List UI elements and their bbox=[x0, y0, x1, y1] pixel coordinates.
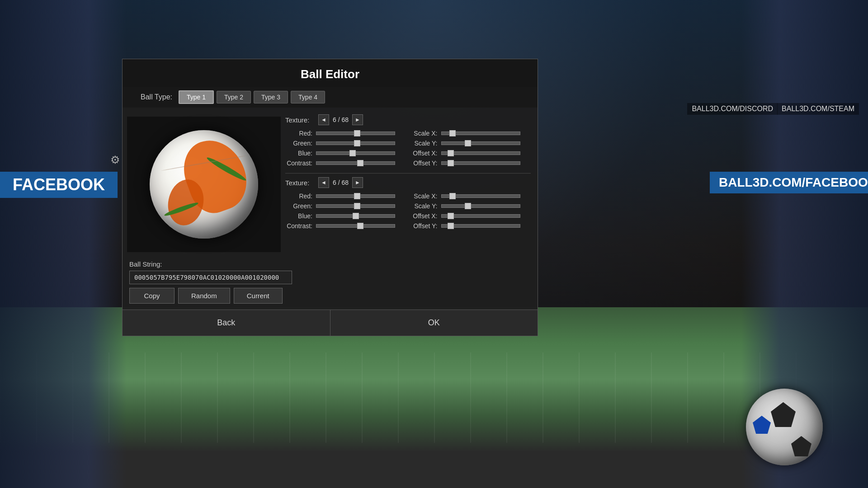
sliders-left-2: Red: Green: Blue: bbox=[285, 192, 406, 232]
scalex-thumb-1[interactable] bbox=[449, 130, 456, 136]
scaley-label-1: Scale Y: bbox=[410, 140, 438, 147]
tab-type3[interactable]: Type 3 bbox=[254, 91, 288, 103]
tab-type1[interactable]: Type 1 bbox=[179, 90, 214, 104]
slider-row-green-1: Green: bbox=[285, 140, 406, 147]
slider-row-offsety-1: Offset Y: bbox=[410, 160, 531, 167]
scalex-label-1: Scale X: bbox=[410, 130, 438, 137]
back-button[interactable]: Back bbox=[123, 310, 330, 336]
texture-prev-btn-1[interactable]: ◄ bbox=[318, 114, 329, 125]
contrast-slider-1[interactable] bbox=[316, 161, 395, 165]
green-thumb-2[interactable] bbox=[354, 203, 360, 209]
sliders-left-1: Red: Green: Blue: bbox=[285, 130, 406, 169]
ball-patch-3 bbox=[753, 416, 771, 434]
banner-facebook-right: BALL3D.COM/FACEBOOK bbox=[710, 172, 868, 193]
sliders-section-2: Red: Green: Blue: bbox=[285, 192, 531, 232]
blue-slider-2[interactable] bbox=[316, 214, 395, 218]
tab-type2[interactable]: Type 2 bbox=[217, 91, 251, 103]
dialog-body: Texture: ◄ 6 / 68 ► Red: Green: bbox=[123, 108, 538, 257]
texture-count-1: 6 / 68 bbox=[333, 116, 349, 123]
offsety-thumb-2[interactable] bbox=[448, 223, 454, 229]
ball-string-section: Ball String: Copy Random Current bbox=[123, 257, 538, 307]
string-buttons: Copy Random Current bbox=[129, 288, 533, 304]
dialog-footer: Back OK bbox=[123, 310, 538, 336]
contrast-thumb-2[interactable] bbox=[357, 223, 363, 229]
ball-type-row: Ball Type: Type 1 Type 2 Type 3 Type 4 bbox=[123, 87, 538, 108]
scaley-label-2: Scale Y: bbox=[410, 202, 438, 210]
texture-next-btn-2[interactable]: ► bbox=[352, 177, 363, 188]
scalex-thumb-2[interactable] bbox=[449, 193, 456, 199]
offsetx-label-1: Offset X: bbox=[410, 150, 438, 157]
blue-thumb-1[interactable] bbox=[349, 150, 356, 156]
tab-type4[interactable]: Type 4 bbox=[291, 91, 325, 103]
slider-row-scalex-1: Scale X: bbox=[410, 130, 531, 137]
texture-count-2: 6 / 68 bbox=[333, 179, 349, 186]
contrast-label-2: Contrast: bbox=[285, 222, 312, 230]
ball-string-input[interactable] bbox=[129, 271, 292, 284]
green-label-2: Green: bbox=[285, 202, 312, 210]
texture-label-1: Texture: bbox=[285, 116, 315, 124]
blue-label-1: Blue: bbox=[285, 150, 312, 157]
blue-thumb-2[interactable] bbox=[353, 213, 359, 219]
offsetx-thumb-2[interactable] bbox=[448, 213, 454, 219]
scaley-slider-2[interactable] bbox=[441, 204, 520, 208]
contrast-thumb-1[interactable] bbox=[357, 160, 363, 166]
offsetx-slider-1[interactable] bbox=[441, 151, 520, 155]
scalex-slider-1[interactable] bbox=[441, 131, 520, 135]
banner-facebook-left: FACEBOOK bbox=[0, 172, 118, 198]
green-thumb-1[interactable] bbox=[354, 140, 360, 146]
ok-button[interactable]: OK bbox=[330, 310, 538, 336]
scalex-slider-2[interactable] bbox=[441, 194, 520, 198]
red-slider-1[interactable] bbox=[316, 131, 395, 135]
slider-row-green-2: Green: bbox=[285, 202, 406, 210]
ball-patch-2 bbox=[791, 436, 811, 456]
crowd-left bbox=[0, 0, 127, 488]
slider-row-red-2: Red: bbox=[285, 192, 406, 200]
green-label-1: Green: bbox=[285, 140, 312, 147]
ball-editor-dialog: Ball Editor Ball Type: Type 1 Type 2 Typ… bbox=[122, 59, 538, 336]
slider-row-offsety-2: Offset Y: bbox=[410, 222, 531, 230]
offsetx-thumb-1[interactable] bbox=[448, 150, 454, 156]
slider-row-scaley-1: Scale Y: bbox=[410, 140, 531, 147]
offsety-label-1: Offset Y: bbox=[410, 160, 438, 167]
red-thumb-1[interactable] bbox=[354, 130, 360, 136]
slider-row-blue-2: Blue: bbox=[285, 212, 406, 220]
copy-button[interactable]: Copy bbox=[129, 288, 175, 304]
slider-row-blue-1: Blue: bbox=[285, 150, 406, 157]
offsety-thumb-1[interactable] bbox=[448, 160, 454, 166]
dialog-title: Ball Editor bbox=[123, 59, 538, 87]
random-button[interactable]: Random bbox=[178, 288, 230, 304]
scaley-thumb-2[interactable] bbox=[465, 203, 471, 209]
offsety-slider-2[interactable] bbox=[441, 224, 520, 228]
texture-next-btn-1[interactable]: ► bbox=[352, 114, 363, 125]
texture-prev-btn-2[interactable]: ◄ bbox=[318, 177, 329, 188]
offsety-label-2: Offset Y: bbox=[410, 222, 438, 230]
ball-type-label: Ball Type: bbox=[141, 93, 172, 101]
offsety-slider-1[interactable] bbox=[441, 161, 520, 165]
ball-patch-1 bbox=[771, 402, 796, 427]
sliders-right-2: Scale X: Scale Y: Offset X: bbox=[410, 192, 531, 232]
ball-3d-preview bbox=[150, 130, 258, 239]
blue-slider-1[interactable] bbox=[316, 151, 395, 155]
green-slider-1[interactable] bbox=[316, 141, 395, 145]
green-slider-2[interactable] bbox=[316, 204, 395, 208]
current-button[interactable]: Current bbox=[234, 288, 283, 304]
scaley-slider-1[interactable] bbox=[441, 141, 520, 145]
soccer-ball-preview-br bbox=[746, 389, 823, 465]
ball-string-label: Ball String: bbox=[129, 260, 533, 268]
banner-steam: BALL3D.COM/STEAM bbox=[777, 103, 859, 115]
red-thumb-2[interactable] bbox=[354, 193, 360, 199]
scalex-label-2: Scale X: bbox=[410, 192, 438, 200]
settings-gear-icon[interactable]: ⚙ bbox=[110, 154, 120, 166]
blue-label-2: Blue: bbox=[285, 212, 312, 220]
red-slider-2[interactable] bbox=[316, 194, 395, 198]
slider-row-scalex-2: Scale X: bbox=[410, 192, 531, 200]
contrast-slider-2[interactable] bbox=[316, 224, 395, 228]
slider-row-red-1: Red: bbox=[285, 130, 406, 137]
slider-row-contrast-2: Contrast: bbox=[285, 222, 406, 230]
slider-row-scaley-2: Scale Y: bbox=[410, 202, 531, 210]
slider-row-offsetx-1: Offset X: bbox=[410, 150, 531, 157]
red-label-2: Red: bbox=[285, 192, 312, 200]
scaley-thumb-1[interactable] bbox=[465, 140, 471, 146]
controls-panel: Texture: ◄ 6 / 68 ► Red: Green: bbox=[281, 112, 538, 257]
offsetx-slider-2[interactable] bbox=[441, 214, 520, 218]
